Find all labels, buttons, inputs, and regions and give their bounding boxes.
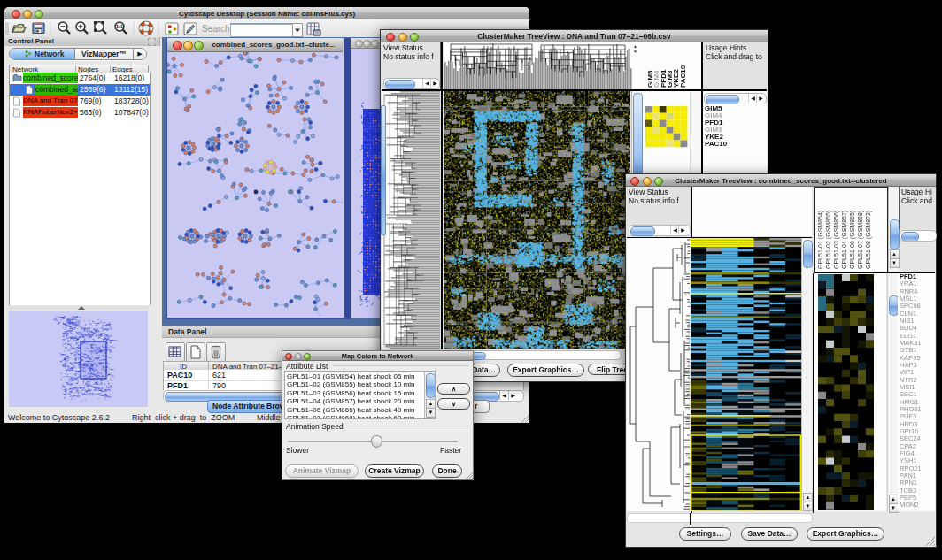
svg-text:1:1: 1:1	[116, 24, 123, 29]
svg-text:Search:: Search:	[202, 24, 232, 34]
